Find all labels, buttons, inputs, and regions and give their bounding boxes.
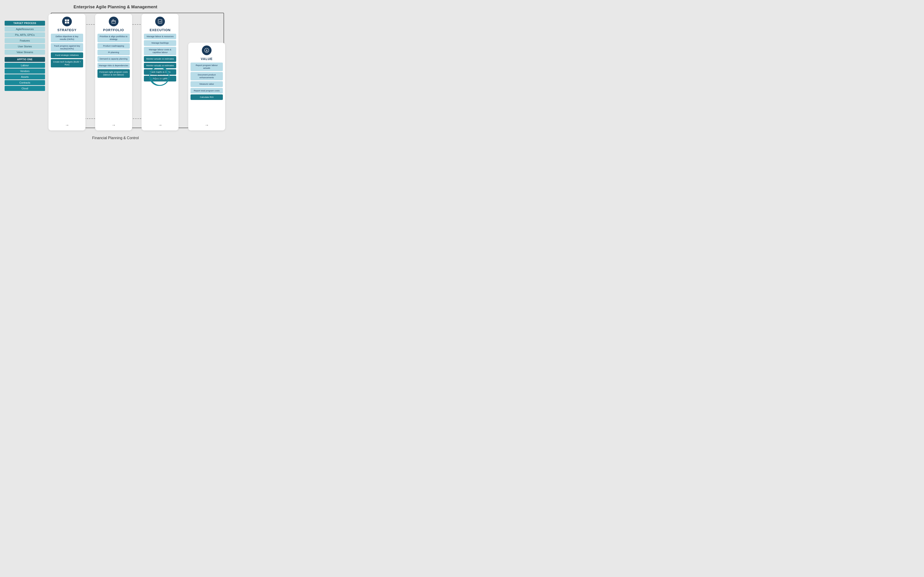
svg-rect-4 bbox=[112, 21, 115, 23]
execution-arrow: → bbox=[158, 121, 162, 127]
portfolio-item-5: Manage risks & dependencies bbox=[97, 63, 130, 68]
sidebar-item-vendors: Vendors bbox=[5, 69, 45, 74]
portfolio-item-2: Product roadmapping bbox=[97, 43, 130, 49]
strategy-arrow: → bbox=[65, 121, 69, 127]
sidebar-target-process-title: TARGET PROCESS bbox=[5, 21, 45, 26]
portfolio-item-1: Prioritise & align portfolios to strateg… bbox=[97, 34, 130, 42]
sidebar-item-features: Features bbox=[5, 38, 45, 43]
value-item-1: Report program labour actuals bbox=[191, 63, 223, 71]
portfolio-item-6: Forecast Agile program costs (labour & n… bbox=[97, 69, 130, 78]
value-item-2: Document product enhancements bbox=[191, 72, 223, 81]
sidebar-item-value-streams: Value Streams bbox=[5, 50, 45, 55]
execution-item-4: Monitor actuals vs estimates bbox=[144, 56, 176, 61]
sidebar: TARGET PROCESS AgileResources PIs, ARTs,… bbox=[5, 21, 45, 92]
cards-area: STRATEGY Define objectives & key results… bbox=[48, 14, 225, 131]
sidebar-item-contracts: Contracts bbox=[5, 80, 45, 85]
sidebar-item-pis-arts-epics: PIs, ARTs, EPICs bbox=[5, 32, 45, 37]
portfolio-title: PORTFOLIO bbox=[103, 28, 124, 32]
strategy-item-1: Define objectives & key results (OKRs) bbox=[51, 34, 83, 42]
execution-item-3: Manage labour costs & capitilise labour bbox=[144, 47, 176, 55]
sidebar-item-user-stories: User Stories bbox=[5, 44, 45, 49]
sidebar-apptio-title: APPTIO ONE bbox=[5, 57, 45, 62]
svg-rect-3 bbox=[67, 22, 69, 24]
respond-text: Respond to change bbox=[147, 73, 172, 80]
portfolio-arrow: → bbox=[111, 121, 116, 127]
sidebar-item-assets: Assets bbox=[5, 74, 45, 79]
strategy-title: STRATEGY bbox=[57, 28, 76, 32]
strategy-item-4: Create tech budgets (Build + Run) bbox=[51, 59, 83, 68]
svg-rect-0 bbox=[65, 19, 67, 21]
svg-text:$: $ bbox=[206, 49, 207, 52]
strategy-icon bbox=[62, 17, 72, 26]
value-card: $ VALUE Report program labour actuals Do… bbox=[188, 43, 225, 131]
execution-title: EXECUTION bbox=[150, 28, 171, 32]
value-icon: $ bbox=[202, 45, 212, 55]
sidebar-item-labour: Labour bbox=[5, 63, 45, 68]
strategy-item-3: Fund strategic initiatives bbox=[51, 52, 83, 58]
bottom-label: Financial Planning & Control bbox=[0, 136, 231, 140]
portfolio-item-4: Demand & capacity planning bbox=[97, 56, 130, 61]
svg-rect-6 bbox=[158, 19, 162, 23]
value-title: VALUE bbox=[201, 57, 212, 61]
sidebar-item-agileresources: AgileResources bbox=[5, 27, 45, 32]
value-item-5: Calculate ROI bbox=[191, 94, 223, 100]
strategy-item-2: Track progress against key results(OKRs) bbox=[51, 43, 83, 52]
page: Enterprise Agile Planning & Management ↓… bbox=[0, 0, 231, 144]
svg-rect-1 bbox=[67, 19, 69, 21]
execution-item-2: Manage backlogs bbox=[144, 40, 176, 46]
execution-item-1: Manage labour & resources bbox=[144, 34, 176, 39]
right-area: Respond to change $ VALUE Report program… bbox=[188, 14, 225, 131]
respond-to-change: Respond to change bbox=[147, 63, 172, 89]
portfolio-card: PORTFOLIO Prioritise & align portfolios … bbox=[95, 14, 132, 131]
value-arrow: → bbox=[205, 121, 209, 127]
execution-icon bbox=[155, 17, 165, 26]
portfolio-item-3: PI planning bbox=[97, 50, 130, 55]
sidebar-item-cloud: Cloud bbox=[5, 86, 45, 91]
strategy-card: STRATEGY Define objectives & key results… bbox=[48, 14, 86, 131]
top-label: Enterprise Agile Planning & Management bbox=[5, 5, 226, 10]
svg-rect-2 bbox=[65, 22, 67, 24]
value-item-4: Report total program costs bbox=[191, 88, 223, 93]
value-item-3: Measure value bbox=[191, 81, 223, 87]
portfolio-icon bbox=[109, 17, 118, 26]
